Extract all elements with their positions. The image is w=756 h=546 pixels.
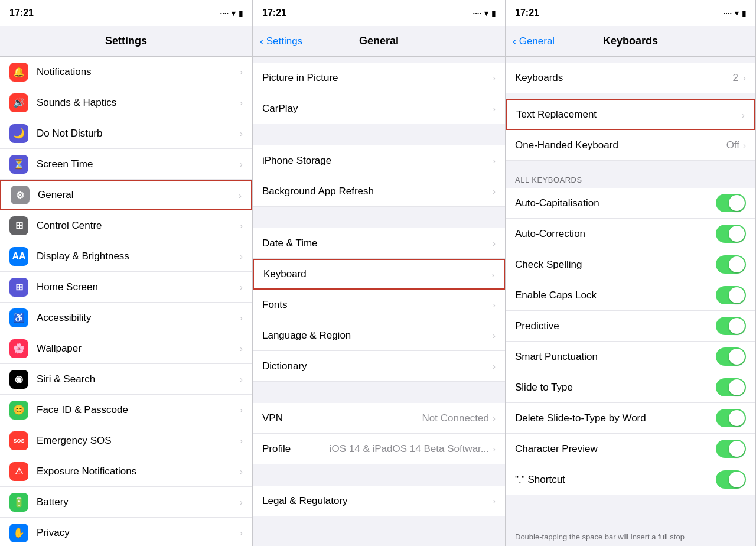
middle-item-fonts[interactable]: Fonts › bbox=[253, 290, 505, 320]
text-replacement-row[interactable]: Text Replacement › bbox=[506, 99, 755, 130]
middle-panel: 17:21 ···· ▾ ▮ ‹ Settings General Pictur… bbox=[253, 0, 506, 546]
toggle-item-deleteslide[interactable]: Delete Slide-to-Type by Word bbox=[506, 403, 755, 434]
section-gap-2 bbox=[253, 382, 505, 403]
label-display: Display & Brightness bbox=[37, 251, 240, 262]
nav-header-left: Settings bbox=[0, 26, 252, 57]
bottom-hint: Double-tapping the space bar will insert… bbox=[506, 528, 755, 546]
label-exposure: Exposure Notifications bbox=[37, 466, 240, 477]
toggle-label-slidetype: Slide to Type bbox=[515, 382, 716, 394]
sidebar-item-control[interactable]: ⊞ Control Centre › bbox=[0, 210, 252, 241]
toggle-item-periodshortcut[interactable]: "." Shortcut bbox=[506, 464, 755, 495]
label-keyboard: Keyboard bbox=[263, 268, 491, 280]
back-label-middle[interactable]: Settings bbox=[266, 35, 302, 47]
chevron-homescreen: › bbox=[240, 282, 243, 292]
toggle-switch-spellcheck[interactable] bbox=[716, 255, 746, 274]
toggle-label-predictive: Predictive bbox=[515, 320, 716, 332]
label-pip: Picture in Picture bbox=[262, 72, 493, 84]
settings-list-left[interactable]: 🔔 Notifications › 🔊 Sounds & Haptics › 🌙… bbox=[0, 57, 252, 546]
sidebar-item-dnd[interactable]: 🌙 Do Not Disturb › bbox=[0, 118, 252, 149]
chevron-sounds: › bbox=[240, 98, 243, 108]
sidebar-item-privacy[interactable]: ✋ Privacy › bbox=[0, 518, 252, 546]
toggle-switch-autocap[interactable] bbox=[716, 194, 746, 212]
toggle-switch-slidetype[interactable] bbox=[716, 378, 746, 396]
toggle-switch-autocorrect[interactable] bbox=[716, 225, 746, 243]
sidebar-item-display[interactable]: AA Display & Brightness › bbox=[0, 241, 252, 272]
back-label-right[interactable]: General bbox=[519, 35, 555, 47]
middle-item-vpn[interactable]: VPN Not Connected › bbox=[253, 403, 505, 434]
toggle-switch-smartpunct[interactable] bbox=[716, 347, 746, 366]
toggle-item-predictive[interactable]: Predictive bbox=[506, 311, 755, 342]
chevron-vpn: › bbox=[493, 413, 496, 423]
settings-list-middle[interactable]: Picture in Picture › CarPlay › iPhone St… bbox=[253, 57, 505, 546]
wifi-icon-right: ▾ bbox=[735, 9, 739, 18]
battery-icon-middle: ▮ bbox=[491, 9, 496, 18]
chevron-screentime: › bbox=[240, 159, 243, 169]
sidebar-item-faceid[interactable]: 😊 Face ID & Passcode › bbox=[0, 395, 252, 425]
toggle-item-autocorrect[interactable]: Auto-Correction bbox=[506, 219, 755, 249]
one-handed-label: One-Handed Keyboard bbox=[515, 139, 726, 151]
icon-siri: ◉ bbox=[9, 370, 28, 389]
keyboards-count-area: 2 › bbox=[733, 72, 746, 84]
battery-icon-right: ▮ bbox=[742, 9, 746, 18]
sidebar-item-battery[interactable]: 🔋 Battery › bbox=[0, 487, 252, 518]
sidebar-item-accessibility[interactable]: ♿ Accessibility › bbox=[0, 303, 252, 333]
label-screentime: Screen Time bbox=[37, 158, 240, 170]
value-vpn: Not Connected bbox=[422, 412, 489, 424]
toggle-switch-predictive[interactable] bbox=[716, 317, 746, 335]
chevron-faceid: › bbox=[240, 405, 243, 415]
toggle-item-slidetype[interactable]: Slide to Type bbox=[506, 372, 755, 403]
label-control: Control Centre bbox=[37, 220, 240, 232]
middle-item-datetime[interactable]: Date & Time › bbox=[253, 228, 505, 259]
sidebar-item-sounds[interactable]: 🔊 Sounds & Haptics › bbox=[0, 87, 252, 118]
toggle-item-charpreview[interactable]: Character Preview bbox=[506, 434, 755, 464]
status-icons-middle: ···· ▾ ▮ bbox=[473, 9, 496, 18]
middle-item-storage[interactable]: iPhone Storage › bbox=[253, 145, 505, 176]
back-button-middle[interactable]: ‹ Settings bbox=[260, 34, 302, 48]
sidebar-item-emergencysos[interactable]: SOS Emergency SOS › bbox=[0, 425, 252, 456]
middle-item-keyboard[interactable]: Keyboard › bbox=[253, 259, 505, 290]
chevron-keyboard: › bbox=[491, 269, 494, 280]
keyboards-row[interactable]: Keyboards 2 › bbox=[506, 63, 755, 93]
icon-battery: 🔋 bbox=[9, 493, 28, 512]
sidebar-item-exposure[interactable]: ⚠ Exposure Notifications › bbox=[0, 456, 252, 487]
chevron-wallpaper: › bbox=[240, 343, 243, 353]
toggle-item-autocap[interactable]: Auto-Capitalisation bbox=[506, 188, 755, 219]
sidebar-item-homescreen[interactable]: ⊞ Home Screen › bbox=[0, 272, 252, 303]
middle-item-profile[interactable]: Profile iOS 14 & iPadOS 14 Beta Softwar.… bbox=[253, 434, 505, 464]
middle-item-carplay[interactable]: CarPlay › bbox=[253, 93, 505, 124]
toggle-switch-periodshortcut[interactable] bbox=[716, 470, 746, 489]
sidebar-item-notifications[interactable]: 🔔 Notifications › bbox=[0, 57, 252, 87]
toggle-switch-capslock[interactable] bbox=[716, 286, 746, 304]
toggle-switch-deleteslide[interactable] bbox=[716, 409, 746, 427]
time-left: 17:21 bbox=[9, 8, 34, 18]
toggle-label-deleteslide: Delete Slide-to-Type by Word bbox=[515, 412, 716, 424]
sidebar-item-wallpaper[interactable]: 🌸 Wallpaper › bbox=[0, 333, 252, 364]
icon-dnd: 🌙 bbox=[9, 124, 28, 143]
toggle-item-spellcheck[interactable]: Check Spelling bbox=[506, 249, 755, 280]
toggle-item-capslock[interactable]: Enable Caps Lock bbox=[506, 280, 755, 311]
middle-item-language[interactable]: Language & Region › bbox=[253, 320, 505, 351]
toggle-switch-charpreview[interactable] bbox=[716, 440, 746, 458]
nav-title-middle: General bbox=[359, 35, 399, 47]
middle-item-pip[interactable]: Picture in Picture › bbox=[253, 63, 505, 93]
icon-wallpaper: 🌸 bbox=[9, 339, 28, 358]
sidebar-item-screentime[interactable]: ⏳ Screen Time › bbox=[0, 149, 252, 180]
nav-header-right: ‹ General Keyboards bbox=[506, 26, 755, 57]
keyboard-toggles-list[interactable]: Auto-Capitalisation Auto-Correction Chec… bbox=[506, 188, 755, 528]
status-icons-right: ···· ▾ ▮ bbox=[724, 9, 746, 18]
back-button-right[interactable]: ‹ General bbox=[513, 34, 555, 48]
one-handed-keyboard-row[interactable]: One-Handed Keyboard Off › bbox=[506, 130, 755, 161]
toggle-item-smartpunct[interactable]: Smart Punctuation bbox=[506, 342, 755, 372]
middle-item-bgrefresh[interactable]: Background App Refresh › bbox=[253, 176, 505, 207]
label-homescreen: Home Screen bbox=[37, 281, 240, 293]
sidebar-item-general[interactable]: ⚙ General › bbox=[0, 180, 252, 210]
label-sounds: Sounds & Haptics bbox=[37, 97, 240, 109]
chevron-privacy: › bbox=[240, 528, 243, 538]
sidebar-item-siri[interactable]: ◉ Siri & Search › bbox=[0, 364, 252, 395]
chevron-bgrefresh: › bbox=[493, 186, 496, 196]
middle-item-dictionary[interactable]: Dictionary › bbox=[253, 351, 505, 382]
middle-item-legal[interactable]: Legal & Regulatory › bbox=[253, 486, 505, 516]
text-replacement-label: Text Replacement bbox=[516, 109, 742, 121]
label-datetime: Date & Time bbox=[262, 238, 493, 249]
icon-faceid: 😊 bbox=[9, 401, 28, 420]
